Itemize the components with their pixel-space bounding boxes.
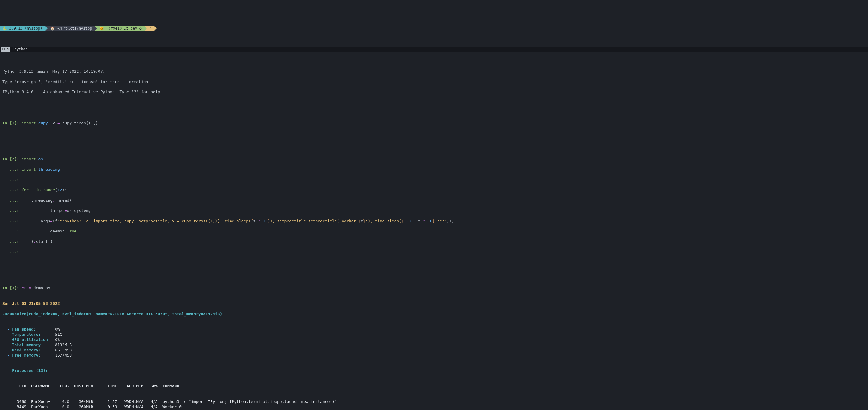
stat-row: - Fan speed:0%: [2, 327, 866, 332]
kw-import: import: [22, 121, 36, 125]
banner-line: IPython 8.4.0 -- An enhanced Interactive…: [2, 89, 866, 95]
table-row: 3449 PanXueh+ 0.0 260MiB 0:39 WDDM:N/A N…: [2, 405, 866, 410]
in-prompt: In [1]:: [2, 121, 22, 125]
timestamp: Sun Jul 03 21:05:58 2022: [2, 301, 866, 306]
processes-header: - Processes (13):: [2, 368, 866, 373]
stat-row: - GPU utilization:0%: [2, 337, 866, 343]
separator-icon: [94, 26, 97, 31]
in-prompt: In [3]:: [2, 286, 22, 290]
stat-row: - Free memory:1577MiB: [2, 353, 866, 358]
input-cell-2: In [2]: import os ...: import threading …: [2, 151, 866, 260]
stat-row: - Temperature:51C: [2, 332, 866, 337]
tab-bar: ⌘ $ ipython: [0, 47, 868, 52]
tab-title[interactable]: ipython: [12, 47, 28, 52]
status-python: 🐍 3.9.13 (nvitop): [0, 26, 45, 31]
process-table-body: 3060 PanXueh+ 0.0 304MiB 1:57 WDDM:N/A N…: [2, 399, 866, 410]
mod-cupy: cupy: [38, 121, 48, 125]
separator-icon: [154, 26, 157, 31]
stat-row: - Total memory:8192MiB: [2, 343, 866, 348]
banner-line: Type 'copyright', 'credits' or 'license'…: [2, 80, 866, 85]
process-table-header: PID USERNAME CPU% HOST-MEM TIME GPU-MEM …: [2, 384, 866, 389]
cuda-device-line: CudaDevice(cuda_index=0, nvml_index=0, n…: [2, 312, 866, 317]
status-help[interactable]: ?: [147, 26, 154, 31]
banner-line: Python 3.9.13 (main, May 17 2022, 14:19:…: [2, 69, 866, 74]
input-cell-1: In [1]: import cupy; x = cupy.zeros((1,)…: [2, 121, 866, 126]
status-git: 🐱 cf9e10 ⎇ dev ✪: [97, 26, 144, 31]
status-bar: 🐍 3.9.13 (nvitop) 🏠 ~/Pro…cts/nvitop 🐱 c…: [0, 26, 868, 31]
table-row: 3060 PanXueh+ 0.0 304MiB 1:57 WDDM:N/A N…: [2, 399, 866, 405]
device-stats: - Fan speed:0% - Temperature:51C - GPU u…: [2, 327, 866, 358]
in-prompt: In [2]:: [2, 157, 22, 161]
separator-icon: [144, 26, 147, 31]
tab-index-chip[interactable]: ⌘ $: [1, 47, 10, 52]
terminal[interactable]: Python 3.9.13 (main, May 17 2022, 14:19:…: [0, 63, 868, 410]
status-path: 🏠 ~/Pro…cts/nvitop: [48, 26, 95, 31]
separator-icon: [45, 26, 48, 31]
stat-row: - Used memory:6615MiB: [2, 348, 866, 353]
input-cell-3: In [3]: %run demo.py: [2, 286, 866, 291]
